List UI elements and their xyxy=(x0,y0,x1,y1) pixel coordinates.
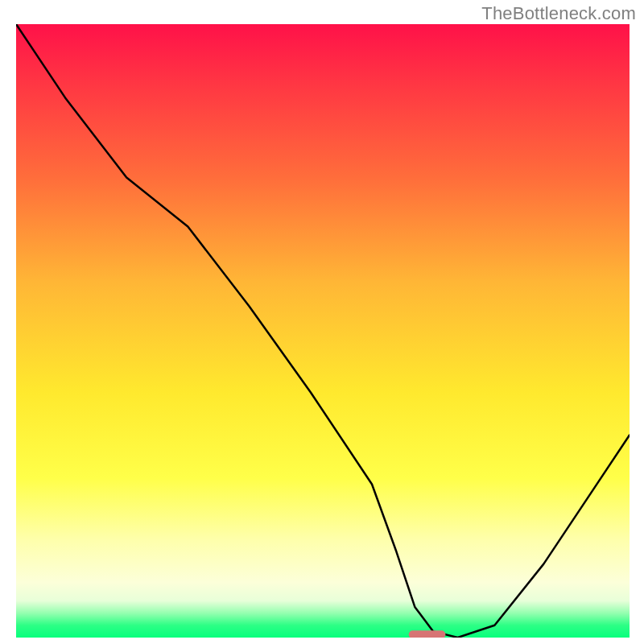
plot-area xyxy=(16,24,630,638)
watermark-text: TheBottleneck.com xyxy=(481,3,636,24)
optimal-point-marker xyxy=(409,630,446,638)
chart-wrap: TheBottleneck.com xyxy=(0,0,644,644)
chart-svg xyxy=(16,24,630,638)
bottleneck-curve xyxy=(16,24,630,638)
